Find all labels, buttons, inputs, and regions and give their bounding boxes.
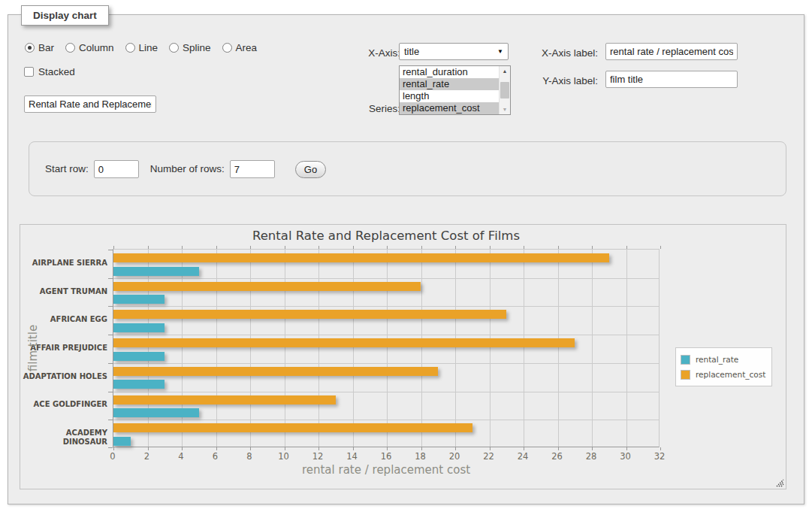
number-of-rows-label: Number of rows: [150, 161, 225, 177]
x-axis-select-label: X-Axis: [339, 45, 400, 62]
x-tick-label: 8 [234, 451, 264, 462]
x-tick-mark [113, 447, 114, 450]
x-axis-label-label: X-Axis label: [500, 45, 598, 62]
chart-title-input[interactable] [24, 95, 156, 113]
x-tick-mark [421, 246, 422, 249]
x-axis-selected-value: title [404, 46, 419, 57]
y-axis-title: film title [26, 322, 38, 374]
y-tick-mark [108, 306, 113, 307]
x-tick-mark [318, 246, 319, 249]
x-tick-mark [216, 447, 217, 450]
x-tick-mark [490, 447, 491, 450]
stacked-checkbox[interactable] [24, 67, 34, 77]
x-axis-select[interactable]: title ▼ [399, 43, 509, 60]
start-row-input[interactable] [94, 160, 139, 178]
bar-replacement_cost[interactable] [113, 423, 472, 432]
chart-type-radio-area[interactable]: Area [222, 42, 258, 53]
x-tick-mark [626, 447, 627, 450]
x-tick-label: 24 [508, 451, 538, 462]
bar-replacement_cost[interactable] [113, 282, 421, 291]
gridline-vertical [421, 250, 422, 447]
bar-rental_rate[interactable] [113, 380, 165, 389]
gridline-horizontal [113, 420, 659, 420]
x-tick-mark [182, 447, 183, 450]
go-button[interactable]: Go [295, 161, 326, 178]
x-tick-mark [216, 246, 217, 249]
gridline-vertical [318, 250, 319, 447]
chart-type-radio-column[interactable]: Column [65, 42, 114, 53]
chart-legend: rental_ratereplacement_cost [675, 347, 772, 386]
x-tick-mark [660, 447, 661, 450]
y-tick-mark [108, 363, 113, 364]
bar-replacement_cost[interactable] [113, 253, 609, 262]
x-tick-mark [113, 246, 114, 249]
chart-type-radio-spline[interactable]: Spline [169, 42, 211, 53]
series-option-length[interactable]: length [400, 90, 499, 102]
bar-replacement_cost[interactable] [113, 338, 575, 347]
y-tick-mark [108, 392, 113, 392]
radio-icon[interactable] [65, 43, 75, 53]
legend-label: replacement_cost [696, 370, 765, 379]
stacked-option[interactable]: Stacked [24, 66, 75, 77]
series-listbox[interactable]: rental_durationrental_ratelengthreplacem… [399, 65, 511, 115]
x-axis-label-input[interactable] [605, 43, 738, 60]
category-label: ACADEMY DINOSAUR [20, 429, 107, 447]
gridline-vertical [216, 250, 217, 447]
series-option-replacement_cost[interactable]: replacement_cost [400, 102, 499, 114]
x-tick-mark [318, 447, 319, 450]
radio-icon[interactable] [125, 43, 135, 53]
panel-title: Display chart [21, 5, 109, 26]
chart-type-radio-line[interactable]: Line [125, 42, 158, 53]
bar-rental_rate[interactable] [113, 267, 199, 276]
x-tick-label: 16 [371, 451, 401, 462]
x-tick-mark [490, 246, 491, 249]
x-tick-mark [558, 447, 559, 450]
bar-rental_rate[interactable] [113, 352, 165, 361]
bar-replacement_cost[interactable] [113, 310, 506, 319]
bar-rental_rate[interactable] [113, 408, 199, 417]
resize-grip-icon[interactable] [775, 478, 784, 487]
y-tick-mark [108, 420, 113, 420]
radio-icon[interactable] [25, 43, 35, 53]
x-tick-label: 0 [98, 451, 128, 462]
y-axis-label-label: Y-Axis label: [500, 73, 598, 89]
start-row-label: Start row: [45, 161, 89, 177]
x-tick-mark [660, 246, 661, 249]
gridline-vertical [250, 250, 251, 447]
x-tick-label: 18 [406, 451, 436, 462]
series-option-rental_duration[interactable]: rental_duration [400, 66, 499, 78]
chart-container: Rental Rate and Replacement Cost of Film… [20, 224, 786, 489]
y-tick-mark [108, 335, 113, 335]
bar-rental_rate[interactable] [113, 437, 131, 446]
y-axis-label-input[interactable] [605, 71, 738, 88]
chart-type-radio-group: BarColumnLineSplineArea [25, 42, 257, 53]
gridline-horizontal [113, 392, 659, 392]
number-of-rows-input[interactable] [230, 160, 275, 178]
x-tick-mark [387, 246, 388, 249]
series-option-rental_rate[interactable]: rental_rate [400, 78, 499, 90]
bar-rental_rate[interactable] [113, 295, 165, 304]
scroll-down-icon[interactable]: ▼ [500, 105, 510, 114]
gridline-horizontal [113, 278, 659, 279]
chart-type-radio-bar[interactable]: Bar [25, 42, 54, 53]
gridline-vertical [490, 250, 491, 447]
radio-icon[interactable] [222, 43, 232, 53]
x-tick-label: 10 [269, 451, 299, 462]
bar-replacement_cost[interactable] [113, 367, 438, 376]
x-tick-mark [285, 246, 285, 249]
x-tick-label: 14 [337, 451, 367, 462]
radio-label: Area [236, 42, 258, 53]
bar-replacement_cost[interactable] [113, 395, 336, 404]
y-tick-mark [108, 278, 113, 279]
x-tick-label: 4 [166, 451, 196, 462]
bar-rental_rate[interactable] [113, 323, 165, 332]
x-tick-label: 20 [439, 451, 469, 462]
radio-icon[interactable] [169, 43, 179, 53]
gridline-horizontal [113, 363, 659, 364]
x-tick-mark [353, 246, 354, 249]
chart-title: Rental Rate and Replacement Cost of Film… [113, 229, 660, 243]
gridline-vertical [285, 250, 285, 447]
plot-area [113, 249, 660, 447]
x-tick-label: 6 [201, 451, 231, 462]
legend-swatch [681, 355, 690, 365]
